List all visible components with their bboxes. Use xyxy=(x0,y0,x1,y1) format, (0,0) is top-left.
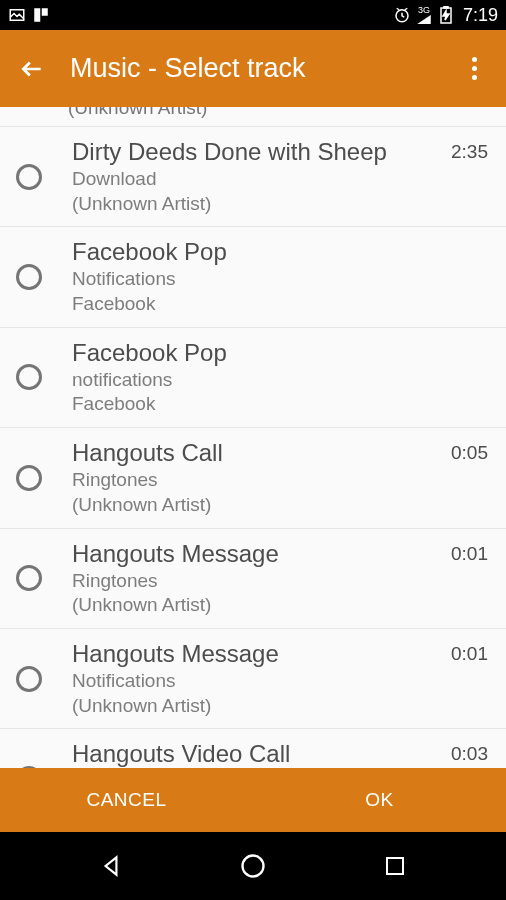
app-bar: Music - Select track xyxy=(0,30,506,107)
battery-icon xyxy=(437,6,455,24)
track-artist: Facebook xyxy=(72,292,488,317)
track-artist: (Unknown Artist) xyxy=(72,192,451,217)
track-title: Hangouts Message xyxy=(72,639,451,669)
ok-button[interactable]: OK xyxy=(253,768,506,832)
status-bar: 3G 7:19 xyxy=(0,0,506,30)
alarm-icon xyxy=(393,6,411,24)
nav-bar xyxy=(0,832,506,900)
track-artist: (Unknown Artist) xyxy=(68,107,207,119)
radio-button[interactable] xyxy=(16,666,42,692)
list-item[interactable]: Hangouts Message Notifications (Unknown … xyxy=(0,629,506,729)
nav-home-button[interactable] xyxy=(233,846,273,886)
cancel-button[interactable]: CANCEL xyxy=(0,768,253,832)
list-item[interactable]: Hangouts Message Ringtones (Unknown Arti… xyxy=(0,529,506,629)
nav-back-button[interactable] xyxy=(91,846,131,886)
list-item[interactable]: Hangouts Video Call Ringtones (Unknown A… xyxy=(0,729,506,768)
svg-point-6 xyxy=(243,856,264,877)
track-title: Dirty Deeds Done with Sheep xyxy=(72,137,451,167)
track-source: Notifications xyxy=(72,669,451,694)
svg-rect-5 xyxy=(444,6,448,8)
track-artist: (Unknown Artist) xyxy=(72,694,451,719)
svg-rect-2 xyxy=(42,8,48,16)
list-item[interactable]: Hangouts Call Ringtones (Unknown Artist)… xyxy=(0,428,506,528)
clock: 7:19 xyxy=(463,5,498,26)
list-item[interactable]: (Unknown Artist) xyxy=(0,107,506,127)
track-duration: 0:01 xyxy=(451,643,488,665)
signal-icon: 3G xyxy=(415,6,433,24)
radio-button[interactable] xyxy=(16,164,42,190)
app-icon xyxy=(32,6,50,24)
radio-button[interactable] xyxy=(16,364,42,390)
track-title: Facebook Pop xyxy=(72,338,488,368)
track-artist: (Unknown Artist) xyxy=(72,593,451,618)
track-source: notifications xyxy=(72,368,488,393)
list-item[interactable]: Facebook Pop notifications Facebook xyxy=(0,328,506,428)
arrow-back-icon xyxy=(19,56,45,82)
more-vert-icon xyxy=(472,57,477,80)
track-title: Hangouts Message xyxy=(72,539,451,569)
track-duration: 0:05 xyxy=(451,442,488,464)
track-title: Facebook Pop xyxy=(72,237,488,267)
list-item[interactable]: Facebook Pop Notifications Facebook xyxy=(0,227,506,327)
track-duration: 0:01 xyxy=(451,543,488,565)
image-icon xyxy=(8,6,26,24)
radio-button[interactable] xyxy=(16,565,42,591)
track-source: Download xyxy=(72,167,451,192)
track-title: Hangouts Call xyxy=(72,438,451,468)
radio-button[interactable] xyxy=(16,465,42,491)
circle-home-icon xyxy=(239,852,267,880)
back-button[interactable] xyxy=(12,49,52,89)
overflow-menu-button[interactable] xyxy=(454,49,494,89)
track-list: (Unknown Artist) Dirty Deeds Done with S… xyxy=(0,107,506,768)
track-duration: 2:35 xyxy=(451,141,488,163)
page-title: Music - Select track xyxy=(70,53,454,84)
svg-rect-1 xyxy=(34,8,40,22)
track-source: Ringtones xyxy=(72,569,451,594)
track-title: Hangouts Video Call xyxy=(72,739,451,768)
track-duration: 0:03 xyxy=(451,743,488,765)
list-item[interactable]: Dirty Deeds Done with Sheep Download (Un… xyxy=(0,127,506,227)
square-recent-icon xyxy=(383,854,407,878)
track-artist: Facebook xyxy=(72,392,488,417)
nav-recent-button[interactable] xyxy=(375,846,415,886)
triangle-back-icon xyxy=(98,853,124,879)
button-bar: CANCEL OK xyxy=(0,768,506,832)
track-artist: (Unknown Artist) xyxy=(72,493,451,518)
svg-rect-7 xyxy=(387,858,403,874)
radio-button[interactable] xyxy=(16,264,42,290)
track-source: Notifications xyxy=(72,267,488,292)
track-source: Ringtones xyxy=(72,468,451,493)
